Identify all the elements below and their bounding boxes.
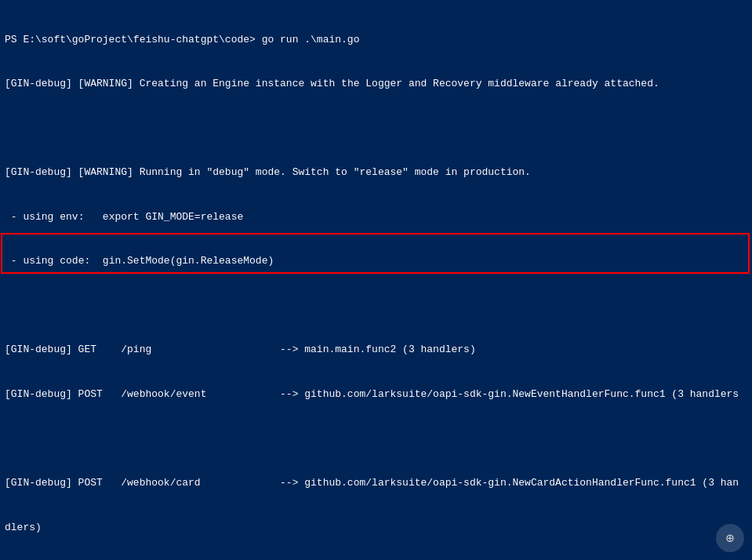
terminal-window: PS E:\soft\goProject\feishu-chatgpt\code…: [0, 0, 752, 560]
terminal-line-get: [GIN-debug] GET /ping --> main.main.func…: [5, 343, 747, 358]
terminal-line-gin-warn2: [GIN-debug] [WARNING] Running in "debug"…: [5, 165, 747, 180]
terminal-line-cmd: PS E:\soft\goProject\feishu-chatgpt\code…: [5, 33, 747, 48]
terminal-line-env: - using env: export GIN_MODE=release: [5, 210, 747, 225]
terminal-line-code: - using code: gin.SetMode(gin.ReleaseMod…: [5, 254, 747, 269]
scroll-indicator[interactable]: ⊕: [716, 524, 744, 552]
terminal-line-blank1: [5, 122, 747, 136]
terminal-line-post-card: [GIN-debug] POST /webhook/card --> githu…: [5, 476, 747, 491]
terminal-line-gin-warn1: [GIN-debug] [WARNING] Creating an Engine…: [5, 77, 747, 92]
terminal-line-blank2: [5, 299, 747, 314]
scroll-icon: ⊕: [726, 529, 735, 547]
terminal-line-post-event: [GIN-debug] POST /webhook/event --> gith…: [5, 387, 747, 402]
terminal-line-post-card2: dlers): [5, 521, 747, 536]
terminal-line-blank3: [5, 431, 747, 446]
